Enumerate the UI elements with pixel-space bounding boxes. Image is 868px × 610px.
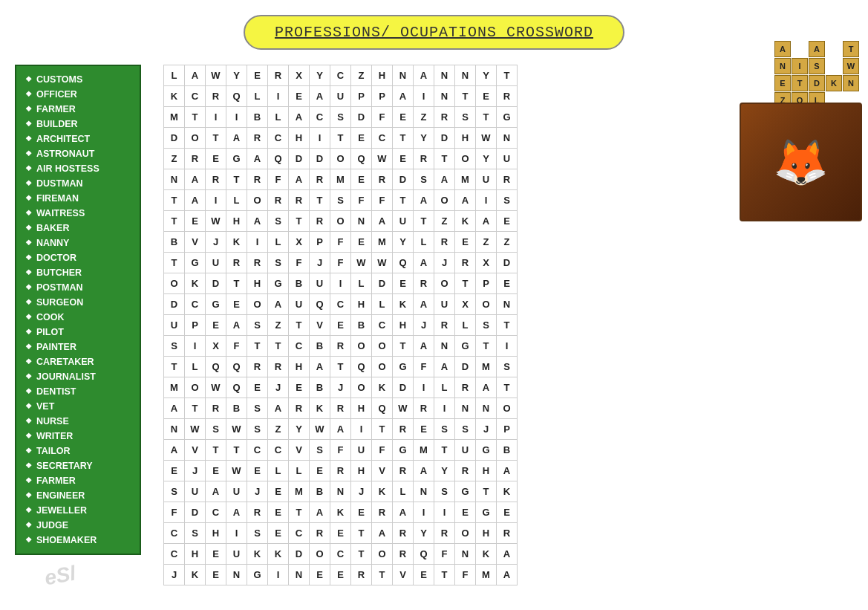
grid-cell: F xyxy=(164,502,185,523)
grid-cell: T xyxy=(330,357,351,377)
diamond-icon: ❖ xyxy=(25,475,32,487)
word-label: SURGEON xyxy=(36,295,83,310)
grid-cell: C xyxy=(185,86,206,107)
tile-row: NISW xyxy=(774,58,859,74)
grid-cell: M xyxy=(330,169,351,190)
grid-cell: R xyxy=(247,169,268,190)
grid-cell: U xyxy=(393,211,414,232)
grid-cell: O xyxy=(247,190,268,211)
word-item: ❖JEWELLER xyxy=(25,503,131,518)
grid-cell: E xyxy=(206,544,226,565)
grid-row: JKENGINEERTVETFMA xyxy=(164,565,518,585)
grid-cell: I xyxy=(414,502,434,523)
grid-cell: Y xyxy=(434,461,455,481)
grid-cell: A xyxy=(434,169,455,190)
grid-cell: Q xyxy=(372,398,393,419)
grid-cell: L xyxy=(226,190,247,211)
grid-cell: L xyxy=(268,107,289,128)
word-item: ❖TAILOR xyxy=(25,444,131,458)
grid-row: UPEASZTVEBCHJRLST xyxy=(164,315,518,336)
grid-cell: E xyxy=(226,294,247,315)
grid-cell: H xyxy=(476,523,497,544)
crossword-tile xyxy=(826,58,842,74)
grid-cell: A xyxy=(310,86,330,107)
crossword-tile: N xyxy=(774,58,791,74)
grid-cell: E xyxy=(206,149,226,169)
word-item: ❖DOCTOR xyxy=(25,250,131,265)
grid-row: FDCARETAKERAIIEGE xyxy=(164,502,518,523)
word-label: WRITER xyxy=(36,429,73,444)
grid-cell: B xyxy=(310,336,330,357)
grid-cell: R xyxy=(330,461,351,481)
grid-cell: R xyxy=(206,169,226,190)
grid-cell: Z xyxy=(414,107,434,128)
grid-cell: L xyxy=(393,481,414,502)
grid-cell: D xyxy=(289,544,310,565)
grid-cell: O xyxy=(310,544,330,565)
grid-cell: Y xyxy=(476,65,497,86)
grid-row: BVJKILXPFEMYLREZZ xyxy=(164,232,518,253)
word-label: TAILOR xyxy=(36,444,71,458)
grid-cell: P xyxy=(476,273,497,294)
grid-cell: H xyxy=(226,211,247,232)
grid-cell: C xyxy=(206,502,226,523)
grid-cell: Q xyxy=(226,357,247,377)
grid-cell: R xyxy=(289,190,310,211)
grid-cell: T xyxy=(434,440,455,461)
crossword-tile: T xyxy=(792,75,808,91)
title-oval: PROFESSIONS/ OCUPATIONS CROSSWORD xyxy=(244,15,624,50)
grid-cell: L xyxy=(372,294,393,315)
grid-cell: C xyxy=(268,128,289,149)
grid-cell: C xyxy=(247,440,268,461)
diamond-icon: ❖ xyxy=(25,237,32,249)
grid-cell: T xyxy=(310,190,330,211)
grid-row: AVTTCCVSFUFGMTUGB xyxy=(164,440,518,461)
grid-cell: O xyxy=(185,128,206,149)
grid-row: SIXFTTCBROOTANGTI xyxy=(164,336,518,357)
grid-cell: D xyxy=(393,169,414,190)
word-label: DENTIST xyxy=(36,384,76,399)
grid-cell: A xyxy=(455,190,476,211)
word-item: ❖FARMER xyxy=(25,473,131,488)
grid-row: DOTARCHITECTYDHWN xyxy=(164,128,518,149)
grid-cell: U xyxy=(330,86,351,107)
grid-cell: L xyxy=(455,315,476,336)
grid-row: SUAUJEMBNJKLNSGTK xyxy=(164,481,518,502)
grid-cell: R xyxy=(310,211,330,232)
grid-cell: U xyxy=(185,481,206,502)
grid-cell: A xyxy=(185,190,206,211)
grid-cell: K xyxy=(268,544,289,565)
grid-cell: E xyxy=(476,86,497,107)
grid-cell: D xyxy=(206,273,226,294)
grid-cell: H xyxy=(289,357,310,377)
grid-cell: Y xyxy=(289,419,310,440)
grid-cell: T xyxy=(247,336,268,357)
grid-cell: V xyxy=(185,232,206,253)
grid-cell: F xyxy=(351,190,372,211)
grid-cell: C xyxy=(330,544,351,565)
grid-cell: I xyxy=(434,398,455,419)
grid-cell: G xyxy=(206,294,226,315)
grid-cell: T xyxy=(185,398,206,419)
page-container: PROFESSIONS/ OCUPATIONS CROSSWORD ❖CUSTO… xyxy=(0,0,868,610)
grid-cell: R xyxy=(414,398,434,419)
grid-cell: K xyxy=(247,544,268,565)
grid-cell: S xyxy=(434,419,455,440)
grid-cell: C xyxy=(268,440,289,461)
word-item: ❖BUILDER xyxy=(25,117,131,132)
grid-cell: Z xyxy=(268,419,289,440)
grid-cell: A xyxy=(372,211,393,232)
grid-cell: X xyxy=(206,336,226,357)
word-label: SECRETARY xyxy=(36,458,93,473)
grid-cell: O xyxy=(330,211,351,232)
grid-cell: B xyxy=(226,398,247,419)
grid-row: CSHISECRETARYROHR xyxy=(164,523,518,544)
grid-cell: O xyxy=(330,149,351,169)
grid-cell: E xyxy=(393,107,414,128)
grid-cell: E xyxy=(206,565,226,585)
grid-cell: M xyxy=(476,565,497,585)
grid-cell: Z xyxy=(497,232,518,253)
grid-cell: Q xyxy=(414,544,434,565)
word-label: FARMER xyxy=(36,102,76,117)
grid-cell: C xyxy=(330,294,351,315)
